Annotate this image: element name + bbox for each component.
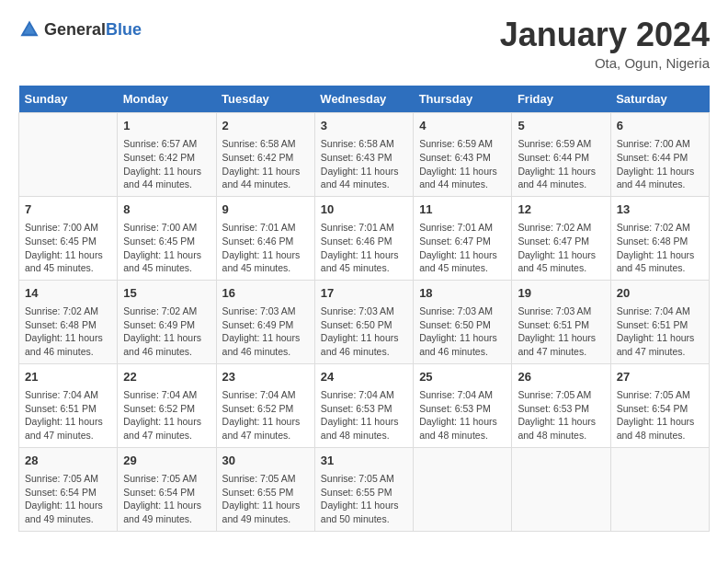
day-number: 30 xyxy=(222,453,309,469)
calendar-week-row: 21Sunrise: 7:04 AMSunset: 6:51 PMDayligh… xyxy=(19,363,710,447)
cell-content: Sunrise: 7:05 AMSunset: 6:54 PMDaylight:… xyxy=(123,472,210,526)
calendar-cell: 6Sunrise: 7:00 AMSunset: 6:44 PMDaylight… xyxy=(610,113,709,197)
calendar-cell: 19Sunrise: 7:03 AMSunset: 6:51 PMDayligh… xyxy=(512,280,610,363)
logo-blue: Blue xyxy=(106,20,142,39)
cell-content: Sunrise: 7:02 AMSunset: 6:47 PMDaylight:… xyxy=(518,221,604,275)
calendar-cell: 25Sunrise: 7:04 AMSunset: 6:53 PMDayligh… xyxy=(414,363,512,447)
calendar-cell: 21Sunrise: 7:04 AMSunset: 6:51 PMDayligh… xyxy=(19,363,118,447)
day-header-friday: Friday xyxy=(512,86,610,113)
day-number: 14 xyxy=(25,285,111,302)
calendar-cell: 14Sunrise: 7:02 AMSunset: 6:48 PMDayligh… xyxy=(19,280,118,363)
day-number: 26 xyxy=(518,369,604,385)
cell-content: Sunrise: 7:04 AMSunset: 6:53 PMDaylight:… xyxy=(419,388,506,442)
cell-content: Sunrise: 7:01 AMSunset: 6:47 PMDaylight:… xyxy=(419,221,506,275)
day-number: 3 xyxy=(321,118,407,134)
cell-content: Sunrise: 7:05 AMSunset: 6:55 PMDaylight:… xyxy=(321,472,407,526)
calendar-cell: 2Sunrise: 6:58 AMSunset: 6:42 PMDaylight… xyxy=(216,113,314,197)
calendar-cell: 11Sunrise: 7:01 AMSunset: 6:47 PMDayligh… xyxy=(414,196,512,280)
calendar-cell: 13Sunrise: 7:02 AMSunset: 6:48 PMDayligh… xyxy=(610,196,709,280)
cell-content: Sunrise: 6:58 AMSunset: 6:42 PMDaylight:… xyxy=(222,137,309,191)
day-header-thursday: Thursday xyxy=(414,86,512,113)
day-number: 9 xyxy=(222,201,309,218)
cell-content: Sunrise: 7:04 AMSunset: 6:53 PMDaylight:… xyxy=(321,388,407,442)
month-title: January 2024 xyxy=(500,18,710,52)
title-area: January 2024 Ota, Ogun, Nigeria xyxy=(500,18,710,71)
calendar-cell: 29Sunrise: 7:05 AMSunset: 6:54 PMDayligh… xyxy=(118,447,216,531)
day-number: 18 xyxy=(419,285,506,302)
calendar-week-row: 7Sunrise: 7:00 AMSunset: 6:45 PMDaylight… xyxy=(19,196,710,280)
calendar-cell: 30Sunrise: 7:05 AMSunset: 6:55 PMDayligh… xyxy=(216,447,314,531)
cell-content: Sunrise: 6:59 AMSunset: 6:43 PMDaylight:… xyxy=(419,137,506,191)
cell-content: Sunrise: 7:03 AMSunset: 6:51 PMDaylight:… xyxy=(518,304,604,359)
day-number: 23 xyxy=(222,369,309,385)
calendar-cell: 7Sunrise: 7:00 AMSunset: 6:45 PMDaylight… xyxy=(19,196,118,280)
calendar-cell: 31Sunrise: 7:05 AMSunset: 6:55 PMDayligh… xyxy=(314,447,413,531)
calendar-cell: 3Sunrise: 6:58 AMSunset: 6:43 PMDaylight… xyxy=(314,113,413,197)
calendar-cell: 12Sunrise: 7:02 AMSunset: 6:47 PMDayligh… xyxy=(512,196,610,280)
day-number: 28 xyxy=(25,453,111,469)
calendar-cell xyxy=(610,447,709,531)
cell-content: Sunrise: 7:03 AMSunset: 6:50 PMDaylight:… xyxy=(419,304,506,359)
cell-content: Sunrise: 7:05 AMSunset: 6:54 PMDaylight:… xyxy=(617,388,703,442)
cell-content: Sunrise: 7:05 AMSunset: 6:53 PMDaylight:… xyxy=(518,388,604,442)
calendar-cell: 28Sunrise: 7:05 AMSunset: 6:54 PMDayligh… xyxy=(19,447,118,531)
cell-content: Sunrise: 7:00 AMSunset: 6:45 PMDaylight:… xyxy=(123,221,210,275)
day-number: 10 xyxy=(321,201,407,218)
day-number: 22 xyxy=(123,369,210,385)
cell-content: Sunrise: 7:02 AMSunset: 6:49 PMDaylight:… xyxy=(123,304,210,359)
cell-content: Sunrise: 6:59 AMSunset: 6:44 PMDaylight:… xyxy=(518,137,604,191)
logo-general: General xyxy=(44,20,106,39)
calendar-cell: 10Sunrise: 7:01 AMSunset: 6:46 PMDayligh… xyxy=(314,196,413,280)
day-number: 17 xyxy=(321,285,407,302)
calendar-week-row: 28Sunrise: 7:05 AMSunset: 6:54 PMDayligh… xyxy=(19,447,710,531)
calendar-cell: 20Sunrise: 7:04 AMSunset: 6:51 PMDayligh… xyxy=(610,280,709,363)
calendar-cell: 5Sunrise: 6:59 AMSunset: 6:44 PMDaylight… xyxy=(512,113,610,197)
calendar-header-row: SundayMondayTuesdayWednesdayThursdayFrid… xyxy=(19,86,710,113)
cell-content: Sunrise: 6:58 AMSunset: 6:43 PMDaylight:… xyxy=(321,137,407,191)
day-number: 4 xyxy=(419,118,506,134)
day-number: 2 xyxy=(222,118,309,134)
day-number: 7 xyxy=(25,201,111,218)
calendar-cell: 23Sunrise: 7:04 AMSunset: 6:52 PMDayligh… xyxy=(216,363,314,447)
location-subtitle: Ota, Ogun, Nigeria xyxy=(500,55,710,71)
page-header: GeneralBlue January 2024 Ota, Ogun, Nige… xyxy=(18,18,710,71)
cell-content: Sunrise: 7:03 AMSunset: 6:49 PMDaylight:… xyxy=(222,304,309,359)
day-number: 11 xyxy=(419,201,506,218)
day-header-saturday: Saturday xyxy=(610,86,709,113)
cell-content: Sunrise: 7:02 AMSunset: 6:48 PMDaylight:… xyxy=(25,304,111,359)
day-number: 6 xyxy=(617,118,703,134)
cell-content: Sunrise: 7:04 AMSunset: 6:51 PMDaylight:… xyxy=(25,388,111,442)
day-header-tuesday: Tuesday xyxy=(216,86,314,113)
calendar-cell: 18Sunrise: 7:03 AMSunset: 6:50 PMDayligh… xyxy=(414,280,512,363)
calendar-week-row: 1Sunrise: 6:57 AMSunset: 6:42 PMDaylight… xyxy=(19,113,710,197)
calendar-cell: 24Sunrise: 7:04 AMSunset: 6:53 PMDayligh… xyxy=(314,363,413,447)
cell-content: Sunrise: 7:00 AMSunset: 6:45 PMDaylight:… xyxy=(25,221,111,275)
calendar-cell: 15Sunrise: 7:02 AMSunset: 6:49 PMDayligh… xyxy=(118,280,216,363)
cell-content: Sunrise: 7:02 AMSunset: 6:48 PMDaylight:… xyxy=(617,221,703,275)
day-number: 19 xyxy=(518,285,604,302)
day-number: 15 xyxy=(123,285,210,302)
calendar-cell: 4Sunrise: 6:59 AMSunset: 6:43 PMDaylight… xyxy=(414,113,512,197)
calendar-cell: 1Sunrise: 6:57 AMSunset: 6:42 PMDaylight… xyxy=(118,113,216,197)
calendar-cell: 9Sunrise: 7:01 AMSunset: 6:46 PMDaylight… xyxy=(216,196,314,280)
calendar-table: SundayMondayTuesdayWednesdayThursdayFrid… xyxy=(18,86,710,532)
day-number: 25 xyxy=(419,369,506,385)
day-number: 12 xyxy=(518,201,604,218)
day-number: 1 xyxy=(123,118,210,134)
day-number: 13 xyxy=(617,201,703,218)
calendar-week-row: 14Sunrise: 7:02 AMSunset: 6:48 PMDayligh… xyxy=(19,280,710,363)
calendar-cell xyxy=(512,447,610,531)
calendar-body: 1Sunrise: 6:57 AMSunset: 6:42 PMDaylight… xyxy=(19,113,710,532)
cell-content: Sunrise: 7:01 AMSunset: 6:46 PMDaylight:… xyxy=(321,221,407,275)
day-number: 27 xyxy=(617,369,703,385)
calendar-cell: 16Sunrise: 7:03 AMSunset: 6:49 PMDayligh… xyxy=(216,280,314,363)
calendar-cell: 27Sunrise: 7:05 AMSunset: 6:54 PMDayligh… xyxy=(610,363,709,447)
day-number: 16 xyxy=(222,285,309,302)
calendar-cell: 26Sunrise: 7:05 AMSunset: 6:53 PMDayligh… xyxy=(512,363,610,447)
day-number: 8 xyxy=(123,201,210,218)
day-number: 29 xyxy=(123,453,210,469)
cell-content: Sunrise: 7:05 AMSunset: 6:54 PMDaylight:… xyxy=(25,472,111,526)
calendar-cell xyxy=(414,447,512,531)
cell-content: Sunrise: 7:01 AMSunset: 6:46 PMDaylight:… xyxy=(222,221,309,275)
day-number: 31 xyxy=(321,453,407,469)
